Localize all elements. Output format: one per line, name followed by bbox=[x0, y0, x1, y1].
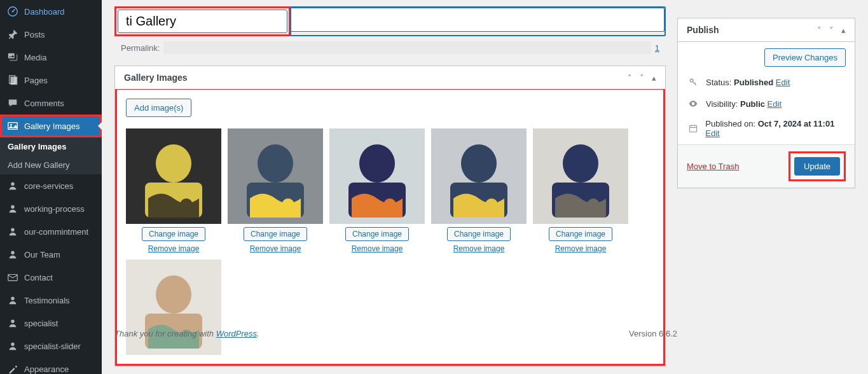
nav-posts[interactable]: Posts bbox=[0, 23, 102, 46]
nav-label: specialist-slider bbox=[24, 342, 81, 351]
post-title-input[interactable] bbox=[118, 10, 287, 33]
svg-rect-3 bbox=[10, 77, 17, 85]
gallery-image-card: Change imageRemove image bbox=[431, 128, 527, 253]
footer-thanks: Thank you for creating with bbox=[114, 329, 216, 338]
panel-controls: ˄ ˅ ▴ bbox=[817, 25, 846, 35]
status-label: Status: bbox=[706, 78, 731, 87]
images-grid: Change imageRemove imageChange imageRemo… bbox=[126, 128, 654, 355]
subnav-add-new-gallery[interactable]: Add New Gallery bbox=[0, 156, 102, 174]
dashboard-icon bbox=[6, 5, 19, 18]
publish-box: Publish ˄ ˅ ▴ Preview Changes Status: Pu… bbox=[677, 18, 855, 188]
wordpress-link[interactable]: WordPress bbox=[216, 329, 257, 338]
nav-comments[interactable]: Comments bbox=[0, 92, 102, 114]
title-highlight bbox=[114, 6, 291, 36]
update-button[interactable]: Update bbox=[794, 157, 840, 176]
gallery-thumbnail[interactable] bbox=[126, 128, 221, 224]
nav-our-team[interactable]: Our Team bbox=[0, 243, 102, 266]
nav-label: Gallery Images bbox=[24, 121, 79, 131]
nav-label: Posts bbox=[24, 30, 45, 39]
admin-sidebar: DashboardPostsMediaPagesCommentsGallery … bbox=[0, 0, 102, 374]
nav-label: working-process bbox=[24, 204, 85, 214]
publish-title: Publish bbox=[687, 25, 719, 35]
nav-core-services[interactable]: core-services bbox=[0, 174, 102, 197]
remove-image-link[interactable]: Remove image bbox=[352, 244, 403, 253]
nav-working-process[interactable]: working-process bbox=[0, 197, 102, 220]
svg-point-6 bbox=[11, 183, 14, 186]
svg-point-9 bbox=[11, 251, 14, 254]
gallery-image-card: Change imageRemove image bbox=[228, 128, 323, 253]
svg-point-8 bbox=[11, 228, 14, 232]
nav-our-commintment[interactable]: our-commintment bbox=[0, 220, 102, 243]
change-image-button[interactable]: Change image bbox=[549, 227, 612, 241]
svg-point-20 bbox=[258, 144, 293, 183]
svg-point-12 bbox=[11, 320, 14, 323]
svg-rect-45 bbox=[689, 125, 696, 132]
gallery-box-title: Gallery Images bbox=[124, 73, 188, 83]
collapse-icon[interactable]: ▴ bbox=[841, 25, 846, 35]
add-images-button[interactable]: Add image(s) bbox=[126, 99, 191, 117]
update-highlight: Update bbox=[789, 151, 846, 181]
remove-image-link[interactable]: Remove image bbox=[250, 244, 301, 253]
user-icon bbox=[6, 225, 19, 238]
gallery-thumbnail[interactable] bbox=[126, 260, 221, 355]
subnav-gallery-images[interactable]: Gallery Images bbox=[0, 137, 102, 156]
svg-point-11 bbox=[11, 297, 14, 300]
nav-testimonials[interactable]: Testimonials bbox=[0, 289, 102, 312]
visibility-value: Public bbox=[740, 99, 765, 109]
page-icon bbox=[6, 74, 19, 87]
svg-point-7 bbox=[11, 205, 14, 209]
mail-icon bbox=[6, 271, 19, 284]
change-image-button[interactable]: Change image bbox=[142, 227, 205, 241]
nav-contact[interactable]: Contact bbox=[0, 266, 102, 289]
svg-point-40 bbox=[156, 275, 191, 314]
gallery-thumbnail[interactable] bbox=[228, 128, 323, 224]
pubdate-value: Oct 7, 2024 at 11:01 bbox=[758, 119, 835, 128]
svg-point-13 bbox=[11, 343, 14, 346]
remove-image-link[interactable]: Remove image bbox=[555, 244, 607, 253]
collapse-icon[interactable]: ▴ bbox=[652, 73, 656, 83]
gallery-image-card bbox=[126, 260, 221, 355]
chevron-down-icon[interactable]: ˅ bbox=[640, 73, 644, 83]
nav-appearance[interactable]: Appearance bbox=[0, 357, 102, 374]
edit-visibility-link[interactable]: Edit bbox=[768, 99, 782, 109]
move-to-trash-link[interactable]: Move to Trash bbox=[687, 162, 739, 171]
nav-label: specialist bbox=[24, 319, 58, 328]
change-image-button[interactable]: Change image bbox=[345, 227, 409, 241]
appearance-icon bbox=[6, 363, 19, 374]
nav-gallery-images[interactable]: Gallery Images bbox=[0, 114, 102, 137]
gallery-image-card: Change imageRemove image bbox=[329, 128, 425, 253]
permalink-url bbox=[163, 41, 651, 54]
edit-status-link[interactable]: Edit bbox=[776, 78, 790, 87]
chevron-up-icon[interactable]: ˄ bbox=[628, 73, 632, 83]
svg-point-22 bbox=[256, 198, 269, 211]
gallery-body-highlight: Add image(s) Change imageRemove imageCha… bbox=[115, 90, 665, 366]
change-image-button[interactable]: Change image bbox=[244, 227, 307, 241]
nav-dashboard[interactable]: Dashboard bbox=[0, 0, 102, 23]
nav-label: Dashboard bbox=[24, 7, 65, 17]
gallery-thumbnail[interactable] bbox=[533, 128, 628, 224]
gallery-thumbnail[interactable] bbox=[431, 128, 527, 224]
wp-version: Version 6.6.2 bbox=[629, 329, 677, 338]
permalink-id-link[interactable]: 1 bbox=[655, 43, 659, 53]
media-icon bbox=[6, 51, 19, 64]
svg-point-28 bbox=[383, 198, 396, 211]
permalink-row: Permalink: 1 bbox=[114, 41, 666, 54]
chevron-down-icon[interactable]: ˅ bbox=[829, 25, 834, 35]
nav-specialist-slider[interactable]: specialist-slider bbox=[0, 335, 102, 357]
change-image-button[interactable]: Change image bbox=[447, 227, 511, 241]
nav-media[interactable]: Media bbox=[0, 46, 102, 69]
remove-image-link[interactable]: Remove image bbox=[148, 244, 200, 253]
svg-point-32 bbox=[460, 198, 472, 211]
chevron-up-icon[interactable]: ˄ bbox=[817, 25, 822, 35]
preview-changes-button[interactable]: Preview Changes bbox=[764, 48, 846, 67]
nav-label: Comments bbox=[24, 99, 64, 108]
nav-specialist[interactable]: specialist bbox=[0, 312, 102, 335]
comment-icon bbox=[6, 97, 19, 109]
user-icon bbox=[6, 202, 19, 215]
gallery-thumbnail[interactable] bbox=[329, 128, 425, 224]
eye-icon bbox=[687, 97, 699, 110]
wp-footer: Thank you for creating with WordPress. V… bbox=[114, 329, 677, 338]
nav-pages[interactable]: Pages bbox=[0, 69, 102, 92]
edit-date-link[interactable]: Edit bbox=[705, 128, 719, 138]
remove-image-link[interactable]: Remove image bbox=[453, 244, 505, 253]
